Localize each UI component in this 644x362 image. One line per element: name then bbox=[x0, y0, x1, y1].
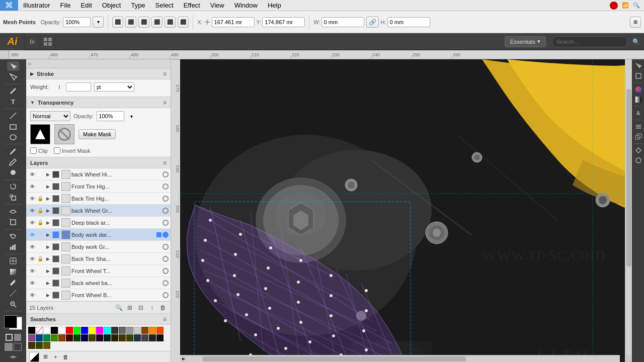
layer-item[interactable]: 👁 ▶ Front Wheel T... bbox=[26, 265, 171, 277]
apple-menu[interactable]: ⌘ bbox=[0, 0, 18, 11]
swatch[interactable] bbox=[66, 327, 73, 334]
swatch[interactable] bbox=[111, 334, 118, 341]
zoom-tool[interactable] bbox=[7, 299, 19, 309]
align-center-btn[interactable]: ⬛ bbox=[125, 17, 136, 28]
make-mask-button[interactable]: Make Mask bbox=[78, 129, 116, 139]
layer-visibility-toggle[interactable]: 👁 bbox=[28, 183, 36, 191]
layer-lock-toggle[interactable]: 🔒 bbox=[36, 207, 44, 215]
right-select-tool[interactable] bbox=[634, 61, 643, 70]
transparency-panel-header[interactable]: ▼ Transparency ≡ bbox=[26, 97, 171, 108]
swatch[interactable] bbox=[36, 334, 43, 341]
right-transform2-tool[interactable] bbox=[634, 146, 643, 155]
layers-panel-menu[interactable]: ≡ bbox=[163, 159, 167, 166]
layer-target[interactable] bbox=[163, 292, 169, 298]
search-icon[interactable]: 🔍 bbox=[632, 38, 640, 45]
layer-target[interactable] bbox=[163, 244, 169, 250]
swatch[interactable] bbox=[66, 334, 73, 341]
swatch[interactable] bbox=[156, 334, 164, 341]
swatch[interactable] bbox=[156, 327, 164, 334]
layer-target[interactable] bbox=[163, 208, 169, 214]
new-swatch-btn[interactable]: ＋ bbox=[51, 353, 59, 361]
h-scrollbar-thumb[interactable] bbox=[202, 356, 466, 361]
layer-expand[interactable]: ▶ bbox=[44, 183, 51, 190]
x-input[interactable] bbox=[212, 17, 255, 27]
swatch[interactable] bbox=[141, 327, 148, 334]
layer-target[interactable] bbox=[163, 220, 169, 226]
menu-window[interactable]: Window bbox=[229, 0, 263, 11]
new-sublayer-btn[interactable]: ⊟ bbox=[136, 303, 145, 312]
right-pathfinder-tool[interactable] bbox=[634, 132, 643, 141]
layer-lock-toggle[interactable] bbox=[36, 183, 44, 191]
swatch[interactable] bbox=[58, 334, 65, 341]
swatch[interactable] bbox=[89, 327, 96, 334]
layer-lock-toggle[interactable] bbox=[36, 231, 44, 239]
layer-target[interactable] bbox=[163, 256, 169, 262]
foreground-color[interactable] bbox=[4, 315, 17, 328]
swatch[interactable] bbox=[43, 334, 50, 341]
swatch[interactable] bbox=[104, 327, 111, 334]
layer-visibility-toggle[interactable]: 👁 bbox=[28, 195, 36, 203]
move-to-btn[interactable]: ↑ bbox=[147, 303, 156, 312]
swatch[interactable] bbox=[51, 327, 58, 334]
pencil-tool[interactable] bbox=[7, 157, 19, 167]
stroke-unit-select[interactable]: ptpxmm bbox=[94, 82, 134, 92]
new-layer-btn[interactable]: ⊞ bbox=[125, 303, 134, 312]
layer-lock-toggle[interactable] bbox=[36, 279, 44, 287]
swatch[interactable] bbox=[36, 327, 43, 334]
layer-target[interactable] bbox=[163, 268, 169, 274]
right-char-tool[interactable]: A bbox=[634, 109, 643, 118]
menu-file[interactable]: File bbox=[55, 0, 75, 11]
menu-type[interactable]: Type bbox=[126, 0, 150, 11]
right-color-tool[interactable] bbox=[634, 85, 643, 94]
menu-object[interactable]: Object bbox=[97, 0, 126, 11]
layer-expand[interactable]: ▶ bbox=[44, 171, 51, 178]
play-button[interactable]: ▶ bbox=[180, 355, 187, 362]
align-middle-btn[interactable]: ⬛ bbox=[165, 17, 176, 28]
swatch[interactable] bbox=[126, 334, 133, 341]
layer-expand[interactable]: ▶ bbox=[44, 195, 51, 202]
swatch[interactable] bbox=[81, 327, 88, 334]
layer-visibility-toggle[interactable]: 👁 bbox=[28, 243, 36, 251]
right-gradient-tool[interactable] bbox=[634, 95, 643, 104]
column-graph-tool[interactable] bbox=[7, 242, 19, 252]
layer-lock-toggle[interactable] bbox=[36, 267, 44, 275]
invert-checkbox[interactable] bbox=[54, 147, 60, 154]
stroke-icon[interactable] bbox=[6, 334, 13, 341]
layer-target[interactable] bbox=[163, 184, 169, 190]
swatch[interactable] bbox=[141, 334, 148, 341]
layer-visibility-toggle[interactable]: 👁 bbox=[28, 267, 36, 275]
opacity-input[interactable] bbox=[97, 111, 124, 121]
essentials-button[interactable]: Essentials ▾ bbox=[505, 36, 546, 47]
swatch[interactable] bbox=[149, 327, 156, 334]
rectangle-tool[interactable] bbox=[7, 122, 19, 131]
pen-tool[interactable] bbox=[7, 86, 19, 96]
menu-view[interactable]: View bbox=[205, 0, 229, 11]
free-transform-tool[interactable] bbox=[7, 217, 19, 227]
layer-item[interactable]: 👁 ▶ Front Wheel B... bbox=[26, 289, 171, 301]
h-input[interactable] bbox=[387, 17, 430, 27]
layer-lock-toggle[interactable]: 🔒 bbox=[36, 255, 44, 263]
menu-edit[interactable]: Edit bbox=[75, 0, 97, 11]
swatch[interactable] bbox=[43, 327, 50, 334]
type-tool[interactable]: T bbox=[7, 97, 19, 107]
layer-expand[interactable]: ▶ bbox=[44, 243, 51, 250]
menu-help[interactable]: Help bbox=[263, 0, 286, 11]
swatch[interactable] bbox=[119, 334, 126, 341]
horizontal-scrollbar[interactable] bbox=[180, 355, 620, 362]
delete-layer-btn[interactable]: 🗑 bbox=[158, 303, 168, 312]
swatch[interactable] bbox=[134, 334, 141, 341]
stroke-panel-header[interactable]: ▶ Stroke ≡ bbox=[26, 68, 171, 79]
measure-tool[interactable] bbox=[7, 289, 19, 298]
transparency-menu[interactable]: ≡ bbox=[163, 99, 167, 106]
layer-visibility-toggle[interactable]: 👁 bbox=[28, 170, 36, 178]
none-icon[interactable] bbox=[14, 334, 21, 341]
gradient-tool[interactable] bbox=[7, 267, 19, 277]
align-top-btn[interactable]: ⬛ bbox=[151, 17, 163, 28]
right-align-tool[interactable] bbox=[634, 122, 643, 131]
stroke-panel-menu[interactable]: ≡ bbox=[163, 70, 167, 77]
align-right-btn[interactable]: ⬛ bbox=[138, 17, 149, 28]
menu-illustrator[interactable]: Illustrator bbox=[18, 0, 55, 11]
swatch[interactable] bbox=[43, 342, 50, 349]
clip-checkbox[interactable] bbox=[30, 147, 37, 154]
find-layer-btn[interactable]: 🔍 bbox=[114, 303, 123, 312]
